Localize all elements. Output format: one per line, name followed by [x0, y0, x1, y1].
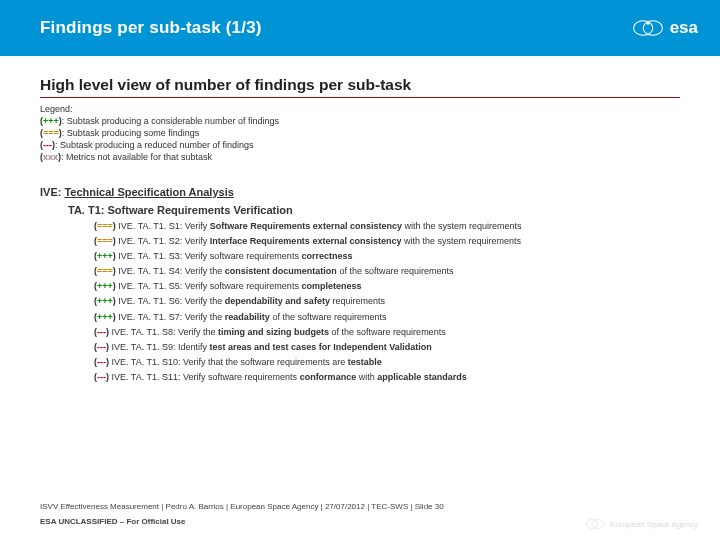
legend-list: (+++): Subtask producing a considerable …	[40, 116, 680, 162]
esa-logo-text: esa	[670, 18, 698, 38]
esa-logo-icon	[584, 518, 606, 530]
task-item: (---) IVE. TA. T1. S11: Verify software …	[94, 371, 680, 384]
task-item: (+++) IVE. TA. T1. S7: Verify the readab…	[94, 311, 680, 324]
legend-item: (+++): Subtask producing a considerable …	[40, 116, 680, 126]
slide-body: High level view of number of findings pe…	[0, 56, 720, 384]
svg-point-2	[646, 22, 649, 25]
esa-logo-icon	[632, 18, 664, 38]
legend-item: (---): Subtask producing a reduced numbe…	[40, 140, 680, 150]
task-item: (===) IVE. TA. T1. S1: Verify Software R…	[94, 220, 680, 233]
legend-label: Legend:	[40, 104, 680, 114]
legend-item: (===): Subtask producing some findings	[40, 128, 680, 138]
footer-logo: European Space Agency	[584, 518, 698, 530]
task-item: (===) IVE. TA. T1. S2: Verify Interface …	[94, 235, 680, 248]
footer-meta: ISVV Effectiveness Measurement | Pedro A…	[40, 502, 700, 511]
task-list: (===) IVE. TA. T1. S1: Verify Software R…	[94, 220, 680, 384]
section-subtitle: High level view of number of findings pe…	[40, 76, 680, 98]
task-item: (---) IVE. TA. T1. S10: Verify that the …	[94, 356, 680, 369]
task-item: (+++) IVE. TA. T1. S6: Verify the depend…	[94, 295, 680, 308]
ive-block: IVE: Technical Specification Analysis TA…	[40, 186, 680, 384]
ive-title: Technical Specification Analysis	[64, 186, 233, 198]
task-item: (---) IVE. TA. T1. S8: Verify the timing…	[94, 326, 680, 339]
slide-title: Findings per sub-task (1/3)	[40, 18, 262, 38]
legend-item: (xxx): Metrics not available for that su…	[40, 152, 680, 162]
footer-logo-text: European Space Agency	[610, 520, 698, 529]
esa-logo: esa	[632, 18, 698, 38]
ive-heading: IVE: Technical Specification Analysis	[40, 186, 680, 198]
task-item: (+++) IVE. TA. T1. S5: Verify software r…	[94, 280, 680, 293]
ta-heading: TA. T1: Software Requirements Verificati…	[68, 204, 680, 216]
task-item: (===) IVE. TA. T1. S4: Verify the consis…	[94, 265, 680, 278]
ive-label: IVE:	[40, 186, 61, 198]
slide-header: Findings per sub-task (1/3) esa	[0, 0, 720, 56]
task-item: (---) IVE. TA. T1. S9: Identify test are…	[94, 341, 680, 354]
task-item: (+++) IVE. TA. T1. S3: Verify software r…	[94, 250, 680, 263]
